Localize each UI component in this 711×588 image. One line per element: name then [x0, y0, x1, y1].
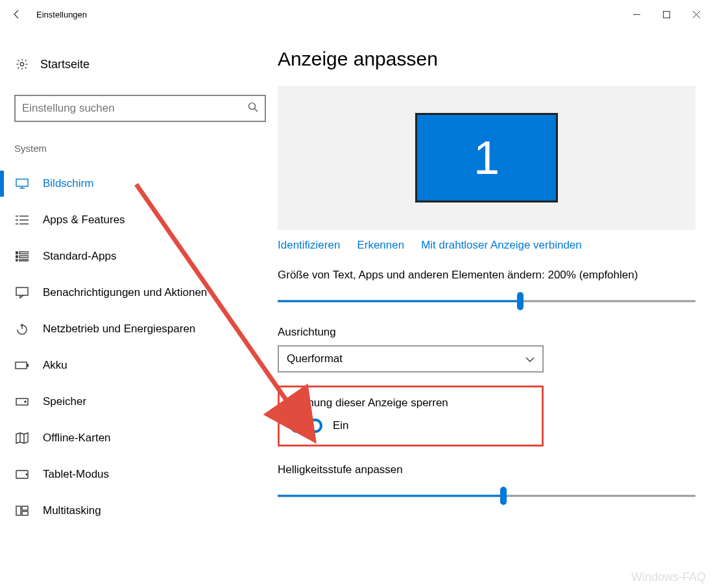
- sidebar-item-label: Multitasking: [43, 504, 101, 517]
- svg-rect-21: [19, 260, 29, 261]
- window-title: Einstellungen: [36, 10, 87, 19]
- slider-thumb[interactable]: [517, 292, 524, 310]
- sidebar-item-display[interactable]: Bildschirm: [14, 165, 266, 202]
- svg-line-6: [255, 109, 258, 112]
- rotation-lock-label: Drehung dieser Anzeige sperren: [290, 397, 531, 410]
- rotation-lock-value: Ein: [333, 419, 349, 432]
- brightness-slider[interactable]: [278, 488, 695, 504]
- sidebar-item-label: Standard-Apps: [43, 250, 116, 263]
- multitask-icon: [14, 506, 30, 516]
- brightness-label: Helligkeitsstufe anpassen: [278, 463, 695, 476]
- scale-slider[interactable]: [278, 293, 695, 309]
- svg-rect-18: [16, 260, 18, 261]
- sidebar-item-power[interactable]: Netzbetrieb und Energiesparen: [14, 311, 266, 347]
- sidebar: Startseite System Bildschirm Apps & Feat…: [0, 29, 278, 588]
- grid-icon: [14, 251, 30, 262]
- orientation-label: Ausrichtung: [278, 326, 695, 339]
- map-icon: [14, 432, 30, 444]
- detect-link[interactable]: Erkennen: [357, 239, 404, 252]
- titlebar: Einstellungen: [0, 0, 711, 29]
- sidebar-item-maps[interactable]: Offline-Karten: [14, 420, 266, 456]
- identify-link[interactable]: Identifizieren: [278, 239, 340, 252]
- monitor-1[interactable]: 1: [415, 113, 558, 202]
- svg-rect-17: [16, 256, 18, 258]
- sidebar-item-default-apps[interactable]: Standard-Apps: [14, 238, 266, 275]
- sidebar-item-label: Akku: [43, 359, 67, 372]
- chevron-down-icon: [525, 352, 535, 365]
- svg-rect-16: [16, 252, 18, 254]
- rotation-lock-toggle[interactable]: [290, 419, 322, 433]
- watermark: Windows-FAQ: [631, 570, 706, 584]
- scale-label: Größe von Text, Apps und anderen Element…: [278, 269, 695, 282]
- back-button[interactable]: [5, 3, 29, 26]
- svg-rect-22: [16, 288, 28, 295]
- gear-icon: [14, 58, 30, 71]
- close-button[interactable]: [681, 4, 711, 25]
- category-label: System: [14, 143, 266, 154]
- sidebar-item-label: Netzbetrieb und Energiesparen: [43, 323, 195, 336]
- svg-rect-34: [22, 506, 28, 510]
- slider-thumb[interactable]: [500, 487, 507, 505]
- sidebar-item-tablet[interactable]: Tablet-Modus: [14, 456, 266, 493]
- sidebar-item-apps[interactable]: Apps & Features: [14, 202, 266, 238]
- wireless-link[interactable]: Mit drahtloser Anzeige verbinden: [421, 239, 582, 252]
- monitor-icon: [14, 178, 30, 189]
- orientation-value: Querformat: [287, 352, 343, 365]
- svg-rect-1: [663, 11, 669, 18]
- chat-icon: [14, 287, 30, 299]
- sidebar-item-label: Bildschirm: [43, 177, 93, 190]
- search-icon: [248, 102, 258, 115]
- battery-icon: [14, 361, 30, 369]
- svg-point-32: [26, 474, 27, 475]
- tablet-icon: [14, 470, 30, 479]
- svg-point-4: [20, 62, 23, 66]
- sidebar-item-label: Benachrichtigungen und Aktionen: [43, 286, 207, 299]
- sidebar-item-storage[interactable]: Speicher: [14, 384, 266, 420]
- svg-rect-26: [27, 364, 29, 367]
- power-icon: [14, 323, 30, 335]
- sidebar-item-notifications[interactable]: Benachrichtigungen und Aktionen: [14, 275, 266, 311]
- window-controls: [621, 4, 711, 25]
- svg-rect-25: [16, 362, 27, 369]
- svg-point-28: [25, 401, 26, 402]
- sidebar-item-label: Offline-Karten: [43, 432, 111, 445]
- minimize-button[interactable]: [621, 4, 651, 25]
- sidebar-item-label: Speicher: [43, 395, 86, 408]
- sidebar-item-label: Tablet-Modus: [43, 468, 109, 481]
- sidebar-item-label: Apps & Features: [43, 214, 125, 227]
- rotation-lock-highlight: Drehung dieser Anzeige sperren Ein: [278, 386, 544, 447]
- main-content: Anzeige anpassen 1 Identifizieren Erkenn…: [278, 29, 711, 588]
- home-button[interactable]: Startseite: [14, 48, 266, 80]
- orientation-dropdown[interactable]: Querformat: [278, 345, 544, 373]
- page-title: Anzeige anpassen: [278, 48, 695, 70]
- svg-rect-33: [16, 506, 21, 515]
- svg-rect-35: [22, 511, 28, 515]
- svg-rect-19: [19, 252, 29, 254]
- display-preview[interactable]: 1: [278, 86, 695, 230]
- maximize-button[interactable]: [651, 4, 681, 25]
- svg-rect-7: [16, 179, 28, 186]
- svg-point-5: [249, 103, 256, 110]
- storage-icon: [14, 398, 30, 406]
- list-icon: [14, 215, 30, 225]
- sidebar-item-multitasking[interactable]: Multitasking: [14, 493, 266, 529]
- sidebar-item-battery[interactable]: Akku: [14, 347, 266, 384]
- home-label: Startseite: [40, 58, 90, 71]
- search-box[interactable]: [14, 95, 266, 122]
- search-input[interactable]: [22, 102, 248, 115]
- svg-rect-20: [19, 256, 29, 258]
